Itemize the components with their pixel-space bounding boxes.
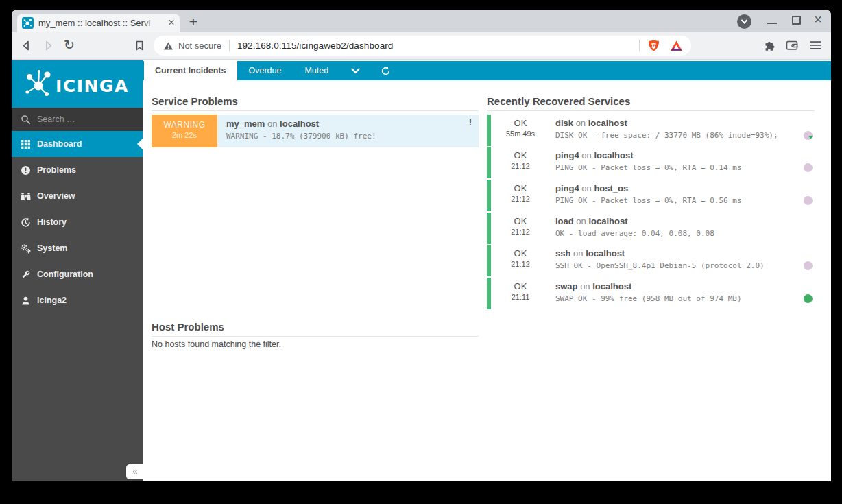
on-label: on — [576, 118, 586, 128]
sidebar-search[interactable] — [12, 108, 143, 131]
service-name[interactable]: load — [555, 216, 574, 226]
not-secure-warning-icon — [163, 41, 173, 51]
perfdata-pie-icon — [804, 294, 813, 303]
host-name[interactable]: localhost — [592, 281, 632, 291]
recovered-row[interactable]: OK21:12 ping4 on host_os PING OK - Packe… — [487, 180, 815, 211]
perfdata-pie-icon — [804, 131, 813, 140]
tab-current-incidents[interactable]: Current Incidents — [144, 61, 237, 80]
window-maximize-button[interactable] — [792, 16, 801, 25]
on-label: on — [581, 150, 591, 160]
icinga-tab-bar: Current Incidents Overdue Muted — [143, 61, 831, 80]
recovered-row[interactable]: OK21:12 ssh on localhost SSH OK - OpenSS… — [487, 245, 815, 276]
history-icon — [21, 217, 31, 228]
on-label: on — [267, 119, 277, 129]
browser-tab[interactable]: my_mem :: localhost :: Servi × — [17, 14, 180, 32]
sidebar-item-system[interactable]: System — [12, 235, 143, 261]
window-minimize-button[interactable] — [767, 23, 777, 24]
host-name[interactable]: localhost — [280, 119, 319, 129]
on-label: on — [581, 183, 591, 193]
exclamation-circle-icon — [21, 165, 31, 176]
host-problems-empty-message: No hosts found matching the filter. — [152, 339, 281, 349]
state-cell: OK21:12 — [491, 245, 550, 276]
sidebar-item-overview[interactable]: Overview — [12, 183, 143, 209]
refresh-icon — [381, 66, 391, 76]
tab-close-icon[interactable]: × — [165, 16, 178, 29]
icinga-logo-block[interactable]: ICINGA — [12, 60, 143, 108]
service-name[interactable]: swap — [555, 281, 578, 291]
service-problems-title[interactable]: Service Problems — [152, 95, 479, 111]
address-bar[interactable]: Not secure 192.168.0.115/icingaweb2/dash… — [154, 36, 691, 56]
tab-title-fade — [143, 15, 163, 31]
refresh-button[interactable] — [370, 61, 400, 80]
recovered-services-title[interactable]: Recently Recovered Services — [487, 95, 815, 111]
icinga-favicon-icon — [22, 17, 34, 29]
host-name[interactable]: localhost — [586, 248, 625, 259]
service-name[interactable]: ssh — [555, 248, 570, 259]
host-name[interactable]: host_os — [594, 183, 628, 193]
menu-hamburger-icon[interactable] — [810, 40, 821, 51]
recovered-row[interactable]: OK21:12 load on localhost OK - load aver… — [487, 213, 815, 244]
on-label: on — [580, 281, 590, 291]
plugin-output: PING OK - Packet loss = 0%, RTA = 0.56 m… — [555, 196, 808, 205]
service-name[interactable]: disk — [555, 118, 573, 128]
sidebar-item-history[interactable]: History — [12, 209, 143, 235]
plugin-output: SWAP OK - 99% free (958 MB out of 974 MB… — [555, 294, 808, 303]
sidebar-item-user-icinga2[interactable]: icinga2 — [12, 287, 143, 313]
desktop-background: my_mem :: localhost :: Servi × + × ↻ — [0, 0, 842, 504]
forward-icon[interactable] — [43, 40, 54, 51]
state-badge-warning: WARNING 2m 22s — [152, 115, 217, 147]
tab-overdue[interactable]: Overdue — [237, 61, 293, 80]
plugin-output: WARNING - 18.7% (379900 kB) free! — [226, 132, 472, 141]
bat-rewards-icon[interactable] — [670, 40, 683, 52]
reload-icon[interactable]: ↻ — [64, 37, 79, 52]
recovered-row[interactable]: OK55m 49s disk on localhost DISK OK - fr… — [487, 115, 815, 146]
icinga-page: ICINGA — [12, 60, 831, 481]
host-problems-title[interactable]: Host Problems — [152, 321, 479, 337]
back-icon[interactable] — [21, 40, 32, 51]
perfdata-pie-icon — [804, 261, 813, 270]
host-name[interactable]: localhost — [594, 150, 633, 160]
bookmark-icon[interactable] — [134, 40, 145, 51]
sidebar-item-problems[interactable]: Problems — [12, 157, 143, 183]
plugin-output: DISK OK - free space: / 33770 MB (86% in… — [555, 131, 808, 140]
sidebar-item-configuration[interactable]: Configuration — [12, 261, 143, 287]
new-tab-button[interactable]: + — [184, 13, 202, 31]
sidebar-item-label: Configuration — [37, 269, 93, 279]
sidebar-item-label: Dashboard — [37, 139, 82, 149]
sidebar-item-label: icinga2 — [37, 296, 67, 305]
wrench-icon — [21, 269, 31, 280]
browser-update-icon[interactable] — [737, 14, 751, 29]
omnibox-separator — [229, 40, 230, 51]
perfdata-pie-icon — [804, 196, 813, 205]
service-problem-body: my_mem on localhost WARNING - 18.7% (379… — [217, 115, 479, 147]
search-input[interactable] — [37, 115, 133, 124]
tabs-dropdown-button[interactable] — [340, 61, 370, 80]
sidebar-collapse-button[interactable]: « — [126, 464, 144, 479]
sidebar-item-dashboard[interactable]: Dashboard — [12, 131, 143, 157]
service-name[interactable]: ping4 — [555, 183, 579, 193]
state-cell: OK21:12 — [491, 180, 550, 211]
service-problem-row[interactable]: WARNING 2m 22s my_mem on localhost WARNI… — [152, 115, 479, 147]
extensions-puzzle-icon[interactable] — [763, 40, 775, 51]
brave-shield-icon[interactable] — [647, 39, 660, 52]
plugin-output: PING OK - Packet loss = 0%, RTA = 0.14 m… — [555, 163, 808, 172]
on-label: on — [576, 216, 586, 226]
sidebar-item-label: Overview — [37, 191, 75, 201]
gears-icon — [21, 243, 31, 254]
service-name[interactable]: my_mem — [226, 119, 265, 129]
state-duration: 2m 22s — [152, 131, 217, 139]
sidebar-nav: Dashboard Problems — [12, 131, 143, 313]
binoculars-icon — [21, 191, 31, 202]
sidebar-item-label: History — [37, 217, 67, 227]
host-name[interactable]: localhost — [588, 118, 627, 128]
wallet-icon[interactable] — [786, 40, 799, 51]
recovered-row[interactable]: OK21:12 ping4 on localhost PING OK - Pac… — [487, 147, 815, 178]
icinga-sidebar: ICINGA — [12, 60, 143, 481]
recovered-row[interactable]: OK21:11 swap on localhost SWAP OK - 99% … — [487, 278, 815, 309]
tab-muted[interactable]: Muted — [293, 61, 340, 80]
service-name[interactable]: ping4 — [555, 150, 579, 160]
omnibox-separator — [639, 40, 640, 51]
window-close-button[interactable]: × — [810, 10, 826, 28]
host-name[interactable]: localhost — [588, 216, 627, 226]
state-cell: OK55m 49s — [491, 115, 550, 146]
